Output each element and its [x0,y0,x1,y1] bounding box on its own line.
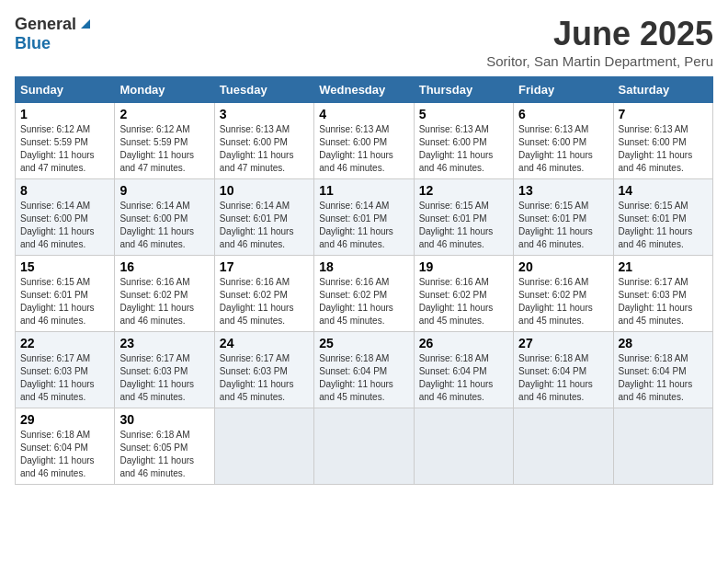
page-header: General Blue June 2025 Soritor, San Mart… [15,15,713,69]
logo-icon [77,16,94,32]
day-info: Sunrise: 6:16 AMSunset: 6:02 PMDaylight:… [319,276,408,327]
day-info: Sunrise: 6:13 AMSunset: 6:00 PMDaylight:… [419,123,508,175]
day-info: Sunrise: 6:16 AMSunset: 6:02 PMDaylight:… [119,276,209,327]
empty-cell [613,408,712,485]
day-info: Sunrise: 6:17 AMSunset: 6:03 PMDaylight:… [119,352,209,404]
calendar-day-22: 22Sunrise: 6:17 AMSunset: 6:03 PMDayligh… [16,332,115,408]
weekday-header-monday: Monday [115,77,214,103]
day-number: 18 [319,259,408,274]
calendar-day-26: 26Sunrise: 6:18 AMSunset: 6:04 PMDayligh… [414,332,513,408]
day-number: 23 [119,336,209,350]
day-number: 2 [119,107,209,121]
day-info: Sunrise: 6:18 AMSunset: 6:05 PMDaylight:… [119,429,209,480]
day-number: 4 [319,107,408,121]
logo-general: General [15,15,76,34]
calendar-day-9: 9Sunrise: 6:14 AMSunset: 6:00 PMDaylight… [115,179,214,256]
calendar-day-3: 3Sunrise: 6:13 AMSunset: 6:00 PMDaylight… [214,103,313,179]
day-info: Sunrise: 6:18 AMSunset: 6:04 PMDaylight:… [619,352,708,404]
day-number: 20 [518,259,608,274]
day-info: Sunrise: 6:16 AMSunset: 6:02 PMDaylight:… [419,276,508,327]
day-info: Sunrise: 6:13 AMSunset: 6:00 PMDaylight:… [518,123,608,175]
empty-cell [414,408,513,485]
day-info: Sunrise: 6:12 AMSunset: 5:59 PMDaylight:… [119,123,209,175]
day-number: 8 [20,183,109,198]
calendar-day-27: 27Sunrise: 6:18 AMSunset: 6:04 PMDayligh… [514,332,613,408]
day-number: 25 [319,336,408,350]
day-info: Sunrise: 6:15 AMSunset: 6:01 PMDaylight:… [419,200,508,251]
weekday-header-saturday: Saturday [613,77,712,103]
day-number: 9 [119,183,209,198]
calendar-day-13: 13Sunrise: 6:15 AMSunset: 6:01 PMDayligh… [514,179,613,256]
day-info: Sunrise: 6:16 AMSunset: 6:02 PMDaylight:… [518,276,608,327]
title-block: June 2025 Soritor, San Martin Department… [486,15,713,69]
calendar-week-1: 1Sunrise: 6:12 AMSunset: 5:59 PMDaylight… [16,103,713,179]
day-number: 11 [319,183,408,198]
day-info: Sunrise: 6:14 AMSunset: 6:00 PMDaylight:… [20,200,109,251]
day-info: Sunrise: 6:12 AMSunset: 5:59 PMDaylight:… [20,123,109,175]
calendar-day-5: 5Sunrise: 6:13 AMSunset: 6:00 PMDaylight… [414,103,513,179]
day-number: 17 [220,259,309,274]
calendar-week-3: 15Sunrise: 6:15 AMSunset: 6:01 PMDayligh… [16,256,713,332]
day-number: 5 [419,107,508,121]
calendar-day-20: 20Sunrise: 6:16 AMSunset: 6:02 PMDayligh… [514,256,613,332]
calendar-day-29: 29Sunrise: 6:18 AMSunset: 6:04 PMDayligh… [16,408,115,485]
day-number: 21 [619,259,708,274]
calendar-day-21: 21Sunrise: 6:17 AMSunset: 6:03 PMDayligh… [613,256,712,332]
day-number: 26 [419,336,508,350]
calendar-week-4: 22Sunrise: 6:17 AMSunset: 6:03 PMDayligh… [16,332,713,408]
calendar-day-11: 11Sunrise: 6:14 AMSunset: 6:01 PMDayligh… [314,179,414,256]
calendar-day-10: 10Sunrise: 6:14 AMSunset: 6:01 PMDayligh… [214,179,313,256]
day-number: 24 [220,336,309,350]
day-info: Sunrise: 6:18 AMSunset: 6:04 PMDaylight:… [419,352,508,404]
calendar-day-25: 25Sunrise: 6:18 AMSunset: 6:04 PMDayligh… [314,332,414,408]
day-number: 3 [220,107,309,121]
calendar-day-15: 15Sunrise: 6:15 AMSunset: 6:01 PMDayligh… [16,256,115,332]
day-number: 6 [518,107,608,121]
calendar-header-row: SundayMondayTuesdayWednesdayThursdayFrid… [16,77,713,103]
day-number: 7 [619,107,708,121]
calendar-day-30: 30Sunrise: 6:18 AMSunset: 6:05 PMDayligh… [115,408,214,485]
day-number: 13 [518,183,608,198]
calendar-day-12: 12Sunrise: 6:15 AMSunset: 6:01 PMDayligh… [414,179,513,256]
day-number: 27 [518,336,608,350]
empty-cell [314,408,414,485]
calendar-day-19: 19Sunrise: 6:16 AMSunset: 6:02 PMDayligh… [414,256,513,332]
day-info: Sunrise: 6:17 AMSunset: 6:03 PMDaylight:… [20,352,109,404]
calendar-day-7: 7Sunrise: 6:13 AMSunset: 6:00 PMDaylight… [613,103,712,179]
calendar-title: June 2025 [486,15,713,53]
calendar-day-14: 14Sunrise: 6:15 AMSunset: 6:01 PMDayligh… [613,179,712,256]
day-number: 19 [419,259,508,274]
day-info: Sunrise: 6:18 AMSunset: 6:04 PMDaylight:… [319,352,408,404]
day-number: 12 [419,183,508,198]
day-info: Sunrise: 6:18 AMSunset: 6:04 PMDaylight:… [518,352,608,404]
day-info: Sunrise: 6:17 AMSunset: 6:03 PMDaylight:… [619,276,708,327]
day-number: 15 [20,259,109,274]
day-number: 10 [220,183,309,198]
day-number: 22 [20,336,109,350]
day-info: Sunrise: 6:13 AMSunset: 6:00 PMDaylight:… [619,123,708,175]
logo-blue: Blue [15,34,51,53]
calendar-day-1: 1Sunrise: 6:12 AMSunset: 5:59 PMDaylight… [16,103,115,179]
calendar-day-4: 4Sunrise: 6:13 AMSunset: 6:00 PMDaylight… [314,103,414,179]
day-number: 14 [619,183,708,198]
weekday-header-tuesday: Tuesday [214,77,313,103]
empty-cell [214,408,313,485]
weekday-header-thursday: Thursday [414,77,513,103]
day-number: 16 [119,259,209,274]
weekday-header-wednesday: Wednesday [314,77,414,103]
calendar-day-8: 8Sunrise: 6:14 AMSunset: 6:00 PMDaylight… [16,179,115,256]
calendar-week-5: 29Sunrise: 6:18 AMSunset: 6:04 PMDayligh… [16,408,713,485]
day-number: 29 [20,412,109,427]
svg-marker-0 [81,19,90,29]
day-info: Sunrise: 6:14 AMSunset: 6:01 PMDaylight:… [319,200,408,251]
calendar-table: SundayMondayTuesdayWednesdayThursdayFrid… [15,76,713,485]
calendar-day-2: 2Sunrise: 6:12 AMSunset: 5:59 PMDaylight… [115,103,214,179]
day-info: Sunrise: 6:15 AMSunset: 6:01 PMDaylight:… [619,200,708,251]
day-info: Sunrise: 6:15 AMSunset: 6:01 PMDaylight:… [518,200,608,251]
day-info: Sunrise: 6:18 AMSunset: 6:04 PMDaylight:… [20,429,109,480]
calendar-location: Soritor, San Martin Department, Peru [486,53,713,69]
day-info: Sunrise: 6:14 AMSunset: 6:00 PMDaylight:… [119,200,209,251]
calendar-day-16: 16Sunrise: 6:16 AMSunset: 6:02 PMDayligh… [115,256,214,332]
day-info: Sunrise: 6:13 AMSunset: 6:00 PMDaylight:… [220,123,309,175]
weekday-header-friday: Friday [514,77,613,103]
